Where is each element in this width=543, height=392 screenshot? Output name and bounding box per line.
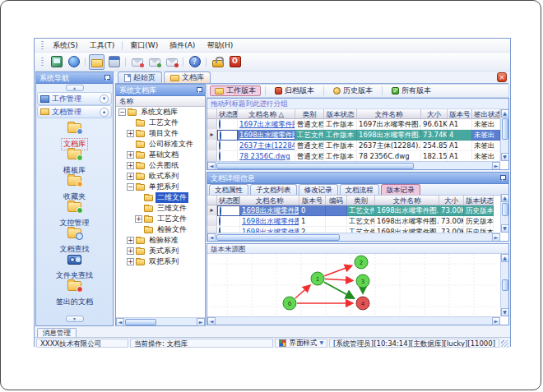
scroll-left-arrow[interactable]: ◄ bbox=[116, 318, 124, 326]
toolbar-window-icon[interactable] bbox=[106, 54, 122, 70]
table-row[interactable]: ▸1698出水嘴零件图.dwg0工艺文件1698出水嘴零件图.dwg73.00K… bbox=[207, 205, 508, 216]
scroll-right-arrow[interactable]: ► bbox=[492, 233, 500, 242]
detail-tab-1[interactable]: 子文档列表 bbox=[250, 184, 297, 195]
column-header[interactable]: 文件名称 bbox=[375, 196, 439, 205]
tree-node-2[interactable]: +项目文件 bbox=[116, 128, 205, 139]
scroll-right-arrow[interactable]: ► bbox=[492, 162, 500, 170]
graph-vscrollbar[interactable]: ▲ ▼ bbox=[500, 254, 508, 316]
toolbar-power-icon[interactable] bbox=[227, 54, 243, 70]
scroll-left-arrow[interactable]: ◄ bbox=[207, 317, 216, 325]
menu-item-1[interactable]: 工具(T) bbox=[84, 39, 121, 52]
version-button-3[interactable]: 所有版本 bbox=[387, 85, 436, 96]
tree-hscrollbar[interactable]: ◄ ► bbox=[116, 317, 205, 325]
toolbar-globe-icon[interactable] bbox=[66, 54, 81, 70]
tree-node-11[interactable]: 检验文件 bbox=[116, 224, 205, 235]
tree-node-8[interactable]: 二维文件 bbox=[116, 192, 205, 203]
table-row[interactable]: 1698出水嘴零件图.dwg1工艺文件1698出水嘴零件图.dwg73.00KB… bbox=[207, 216, 508, 227]
sidebar-group-1[interactable]: 文档管理▴ bbox=[37, 105, 112, 118]
tree-node-14[interactable]: +双把系列 bbox=[116, 256, 205, 267]
toolbar-grip[interactable] bbox=[41, 58, 44, 66]
scrollbar-thumb[interactable] bbox=[125, 319, 156, 325]
table-row[interactable]: ▸1698出水嘴零件图.dwg工艺文件工作版本1698出水嘴零件图.dwg73.… bbox=[207, 130, 508, 141]
scrollbar-thumb[interactable] bbox=[502, 203, 508, 216]
toolbar-monitor-icon[interactable] bbox=[49, 54, 64, 70]
row-selector-header[interactable] bbox=[207, 109, 217, 119]
expand-icon[interactable]: + bbox=[127, 151, 134, 159]
document-link[interactable]: 2637主体(12284).dwg bbox=[238, 141, 295, 151]
tree-node-1[interactable]: 工艺文件 bbox=[116, 118, 205, 128]
detail-tab-0[interactable]: 文档属性 bbox=[209, 184, 248, 195]
tree-node-5[interactable]: +公共图纸 bbox=[116, 160, 205, 171]
scroll-right-arrow[interactable]: ► bbox=[197, 318, 205, 326]
column-header[interactable]: 文件名称 bbox=[357, 109, 421, 119]
tree-node-0[interactable]: −系统文档库 bbox=[116, 107, 205, 118]
expand-icon[interactable]: + bbox=[127, 173, 134, 180]
close-icon[interactable]: × bbox=[497, 72, 507, 82]
tree-node-3[interactable]: 公司标准文件 bbox=[116, 139, 205, 150]
sidebar-item-5[interactable]: 文件夹查找 bbox=[36, 251, 113, 278]
chevron-icon[interactable]: ▴ bbox=[100, 108, 109, 117]
expand-icon[interactable]: + bbox=[127, 237, 134, 244]
toolbar-mail-icon[interactable] bbox=[129, 54, 145, 70]
tree-column-header[interactable]: 名称 bbox=[116, 96, 205, 107]
doc-table-hscrollbar[interactable]: ◄ ► bbox=[207, 161, 500, 169]
column-header[interactable]: 版本状态 bbox=[324, 109, 357, 119]
version-button-2[interactable]: 历史版本 bbox=[328, 85, 378, 96]
sidebar-item-1[interactable]: 模板库 bbox=[36, 146, 113, 173]
tree-node-12[interactable]: +检验标准 bbox=[116, 235, 205, 246]
toolbar-open-folder-icon[interactable] bbox=[89, 54, 104, 70]
sidebar-scroll-down-button[interactable]: ▾ bbox=[66, 316, 84, 322]
column-header[interactable]: 类别 bbox=[295, 109, 324, 119]
column-header[interactable]: 状态图 bbox=[217, 196, 240, 205]
column-header[interactable]: 文档名称 △ bbox=[238, 109, 295, 119]
menubar-grip[interactable] bbox=[41, 41, 44, 49]
sidebar-group-0[interactable]: 工作管理▾ bbox=[37, 92, 112, 105]
collapse-up-button[interactable]: ▴ bbox=[66, 85, 84, 91]
expand-icon[interactable]: + bbox=[135, 215, 142, 223]
tab-1[interactable]: 文档库 bbox=[164, 71, 211, 83]
detail-tab-2[interactable]: 修改记录 bbox=[299, 184, 338, 195]
expand-icon[interactable]: + bbox=[127, 258, 134, 265]
chevron-icon[interactable]: ▾ bbox=[100, 95, 109, 104]
tree-node-7[interactable]: −单把系列 bbox=[116, 182, 205, 192]
scroll-down-arrow[interactable]: ▼ bbox=[501, 153, 509, 161]
scrollbar-thumb[interactable] bbox=[216, 234, 340, 241]
scrollbar-thumb[interactable] bbox=[216, 163, 414, 169]
tree-node-9[interactable]: 三维文件 bbox=[116, 203, 205, 214]
group-by-hint[interactable]: 拖动列标题到此进行分组 bbox=[207, 99, 508, 109]
scroll-up-arrow[interactable]: ▲ bbox=[501, 109, 509, 118]
expand-icon[interactable]: + bbox=[127, 162, 134, 169]
graph-hscrollbar[interactable]: ◄ ► bbox=[207, 316, 500, 325]
document-link[interactable]: 1697出水嘴零件图.dwg bbox=[238, 119, 295, 130]
document-link[interactable]: 1698出水嘴零件图.dwg bbox=[238, 130, 295, 141]
column-header[interactable]: 编码 bbox=[326, 196, 347, 205]
pin-icon[interactable] bbox=[104, 75, 109, 81]
pin-icon[interactable] bbox=[196, 87, 202, 93]
toolbar-mail-delete-icon[interactable] bbox=[164, 54, 179, 70]
tree-node-10[interactable]: +工艺文件 bbox=[116, 214, 205, 224]
table-row[interactable]: 2637主体(12284).dwg普通文档工作版本2637主体(12284).d… bbox=[207, 141, 508, 151]
column-header[interactable]: 状态图 bbox=[217, 109, 238, 119]
tab-0[interactable]: 起始页 bbox=[118, 71, 162, 83]
row-selector-header[interactable] bbox=[207, 196, 217, 205]
column-header[interactable]: 签出状态 bbox=[472, 109, 500, 119]
toolbar-mail-send-icon[interactable] bbox=[146, 54, 162, 70]
tree-node-13[interactable]: +美式系列 bbox=[116, 246, 205, 256]
scroll-left-arrow[interactable]: ◄ bbox=[207, 162, 216, 170]
scroll-up-arrow[interactable]: ▲ bbox=[501, 194, 509, 202]
sidebar-item-4[interactable]: 文档查找 bbox=[36, 225, 113, 251]
scroll-right-arrow[interactable]: ► bbox=[492, 317, 500, 325]
version-table-vscrollbar[interactable]: ▲ ▼ bbox=[500, 194, 508, 233]
sidebar-item-3[interactable]: 文控管理 bbox=[36, 199, 113, 225]
scroll-up-arrow[interactable]: ▲ bbox=[501, 254, 509, 262]
toolbar-lock-icon[interactable] bbox=[210, 54, 225, 70]
sidebar-item-6[interactable]: 签出的文档 bbox=[36, 278, 113, 304]
expand-icon[interactable]: + bbox=[127, 130, 134, 137]
message-management-tab[interactable]: 消息管理 bbox=[37, 328, 77, 337]
collapse-icon[interactable]: − bbox=[127, 183, 134, 191]
column-header[interactable]: 文档名称 bbox=[240, 196, 299, 205]
tree-node-6[interactable]: +欧式系列 bbox=[116, 171, 205, 182]
scroll-down-arrow[interactable]: ▼ bbox=[501, 308, 509, 316]
toolbar-help-icon[interactable] bbox=[187, 54, 202, 70]
scroll-left-arrow[interactable]: ◄ bbox=[207, 233, 216, 242]
